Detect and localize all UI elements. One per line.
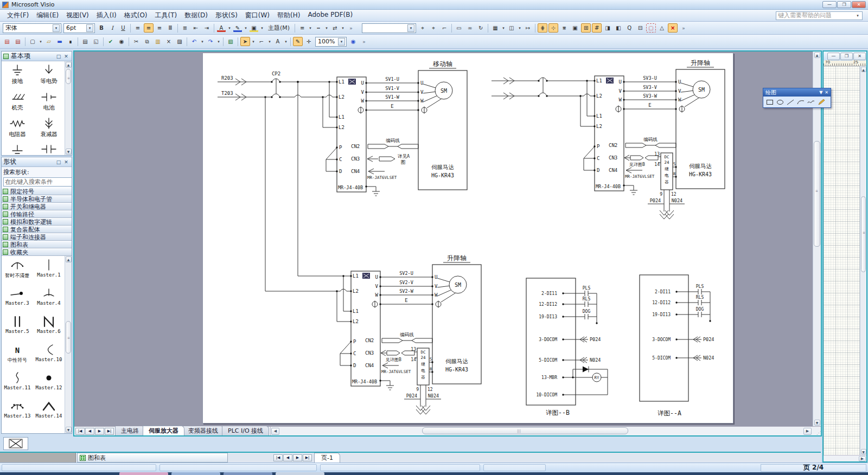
underline-button[interactable]: U bbox=[118, 23, 129, 33]
dynamic-grid-button[interactable]: ⊞ bbox=[580, 23, 591, 33]
freeform-tool[interactable] bbox=[807, 98, 815, 106]
pointer-tool-button[interactable]: ➤ bbox=[240, 37, 251, 46]
menu-data[interactable]: 数据(D) bbox=[181, 10, 212, 21]
fit-to-window-button[interactable]: ▭ bbox=[454, 23, 464, 33]
toolbar-overflow[interactable]: » bbox=[678, 23, 689, 33]
font-size-combo[interactable]: 6pt▾ bbox=[63, 23, 95, 33]
connect-shapes-seq-button[interactable]: ⌖ bbox=[428, 23, 439, 33]
drawing-page[interactable]: R203 T203 CP2 L1 L2 L1 L2 P C D U bbox=[202, 53, 733, 423]
float-panel-icon[interactable]: □ bbox=[55, 159, 62, 165]
arc-tool[interactable] bbox=[796, 98, 805, 106]
master-item[interactable]: 暂时不清楚 bbox=[2, 258, 33, 286]
grid-canvas[interactable] bbox=[824, 66, 860, 455]
delete-tool-button[interactable]: × bbox=[667, 23, 678, 33]
connector-tool-button[interactable]: ⌐ bbox=[256, 37, 267, 46]
tab-servo-amplifier[interactable]: 伺服放大器 bbox=[149, 427, 178, 434]
shape-resistor[interactable]: 电阻器 bbox=[2, 117, 33, 143]
layer-properties-button[interactable]: ⊟ bbox=[635, 23, 646, 33]
align-right-button[interactable]: ≡ bbox=[154, 23, 165, 33]
master-item[interactable]: Master.10 bbox=[33, 343, 65, 371]
master-item[interactable]: Master.6 bbox=[33, 314, 65, 343]
shape-ground[interactable]: 接地 bbox=[2, 63, 33, 90]
toolbar-overflow[interactable]: » bbox=[359, 37, 369, 46]
increase-indent-button[interactable]: ⇥ bbox=[201, 23, 212, 33]
stencil-semiconductors[interactable]: 半导体和电子管 bbox=[2, 195, 72, 203]
freeform-tool-button[interactable]: ✎ bbox=[292, 37, 303, 46]
theme-button[interactable]: 主题(M) bbox=[265, 23, 293, 33]
print-button[interactable]: ▤ bbox=[80, 37, 91, 46]
shape-chassis[interactable]: 机壳 bbox=[2, 90, 33, 117]
text-tool-button[interactable]: A bbox=[272, 37, 283, 46]
size-position-button[interactable]: # bbox=[591, 23, 602, 33]
master-item[interactable]: Master.13 bbox=[2, 399, 33, 427]
help-button[interactable]: ◉ bbox=[348, 37, 359, 46]
restore-button[interactable]: ❐ bbox=[840, 53, 853, 60]
next-page-button[interactable]: ▶ bbox=[95, 428, 104, 435]
servo-circuit-2[interactable]: L1 L2 L1 L2 P C D U V W SV3-U bbox=[492, 59, 725, 219]
separator[interactable] bbox=[293, 24, 297, 33]
menu-adobe-pdf[interactable]: Adobe PDF(B) bbox=[304, 10, 356, 21]
zoom-combo[interactable]: 100%▾ bbox=[315, 37, 347, 47]
separator[interactable] bbox=[176, 24, 180, 33]
connector-tool-dropdown[interactable]: ▾ bbox=[267, 37, 272, 46]
line-color-button[interactable]: ✎ bbox=[232, 23, 243, 33]
master-item[interactable]: Master.14 bbox=[33, 399, 65, 427]
copy-button[interactable]: ⧉ bbox=[142, 37, 152, 46]
shape-partial[interactable] bbox=[33, 143, 65, 155]
line-weight-button[interactable]: ≡ bbox=[297, 23, 308, 33]
separator[interactable] bbox=[127, 37, 131, 46]
separator[interactable] bbox=[185, 37, 189, 46]
menu-tools[interactable]: 工具(T) bbox=[151, 10, 181, 21]
export-button[interactable]: ↦ bbox=[522, 23, 533, 33]
selection-mode-button[interactable]: ▢ bbox=[646, 23, 656, 33]
insert-picture-button[interactable]: ▦ bbox=[490, 23, 501, 33]
minimize-button[interactable]: — bbox=[822, 1, 837, 8]
shape-battery[interactable]: 电池 bbox=[33, 90, 65, 117]
shapes-panel-scrollbar[interactable]: ▲ ▼ bbox=[65, 256, 72, 433]
align-center-button[interactable]: ≡ bbox=[143, 23, 154, 33]
align-left-button[interactable]: ≡ bbox=[132, 23, 143, 33]
rectangle-tool[interactable] bbox=[765, 98, 774, 106]
stencil-analog-digital-logic[interactable]: 模拟和数字逻辑 bbox=[2, 218, 72, 226]
line-tool[interactable] bbox=[786, 98, 795, 106]
resize-grip[interactable]: ⋰ bbox=[812, 427, 821, 435]
subwin-page-tab[interactable]: 页-1 bbox=[314, 453, 340, 463]
restore-button[interactable]: ❐ bbox=[837, 1, 851, 8]
redo-dropdown[interactable]: ▾ bbox=[216, 37, 221, 46]
master-item[interactable]: N 中性符号 bbox=[2, 343, 33, 371]
shape-equipotential[interactable]: 等电势 bbox=[33, 63, 65, 90]
prev-page-button[interactable]: ◀ bbox=[85, 428, 94, 435]
close-icon[interactable]: ✕ bbox=[62, 159, 70, 165]
line-color-dropdown[interactable]: ▾ bbox=[243, 23, 248, 33]
float-panel-icon[interactable]: □ bbox=[55, 54, 62, 59]
new-drawing-dropdown[interactable]: ▾ bbox=[38, 37, 43, 46]
hyperlink-button[interactable]: ∞ bbox=[464, 23, 475, 33]
glue-button[interactable]: ⊹ bbox=[548, 23, 559, 33]
separator[interactable] bbox=[486, 24, 490, 33]
taskbar-button[interactable] bbox=[276, 472, 324, 475]
servo-circuit-3[interactable]: L1 L2 L1 L2 P C D U V W SV2-U bbox=[336, 254, 481, 414]
master-item[interactable]: Master.12 bbox=[33, 371, 65, 399]
servo-amplifier-diagram[interactable]: R203 T203 CP2 L1 L2 L1 L2 P C D U bbox=[203, 53, 734, 424]
pdf-convert-button[interactable]: ▤ bbox=[2, 37, 12, 46]
connect-shapes-button[interactable]: ⌖ bbox=[417, 23, 428, 33]
stencil-charts-tables[interactable]: 图和表 bbox=[2, 241, 72, 248]
help-search-box[interactable]: 键入需要帮助的问题 ▾ bbox=[776, 11, 863, 20]
first-page-button[interactable]: |◀ bbox=[273, 454, 283, 461]
bullets-button[interactable]: ≣ bbox=[180, 23, 190, 33]
stencil-switches-relays[interactable]: 开关和继电器 bbox=[2, 203, 72, 210]
last-page-button[interactable]: ▶| bbox=[303, 454, 312, 461]
search-input[interactable] bbox=[3, 177, 72, 187]
menu-insert[interactable]: 插入(I) bbox=[93, 10, 120, 21]
format-painter-button[interactable]: ▨ bbox=[174, 37, 185, 46]
rotate-text-button[interactable]: ↻ bbox=[475, 23, 486, 33]
first-page-button[interactable]: |◀ bbox=[75, 428, 85, 435]
stencil-composite-assemblies[interactable]: 复合装配体 bbox=[2, 226, 72, 233]
separator[interactable] bbox=[101, 37, 105, 46]
research-button[interactable]: ◉ bbox=[116, 37, 127, 46]
shape-partial[interactable] bbox=[2, 143, 33, 155]
separator[interactable] bbox=[129, 24, 132, 33]
separator[interactable] bbox=[289, 37, 292, 46]
last-page-button[interactable]: ▶| bbox=[105, 428, 114, 435]
snap-button[interactable]: ⋕ bbox=[537, 23, 548, 33]
